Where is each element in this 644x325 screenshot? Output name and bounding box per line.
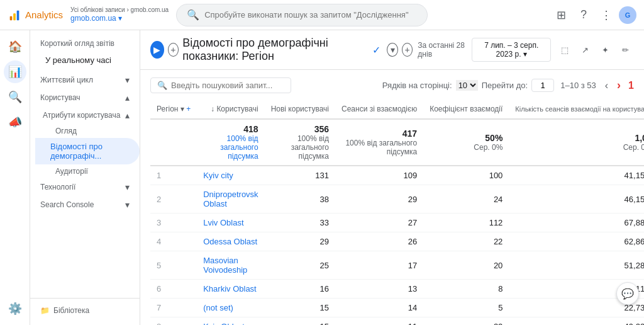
region-link[interactable]: (not set) bbox=[197, 299, 264, 317]
table-search[interactable]: 🔍 bbox=[150, 77, 291, 93]
tech-chevron: ▾ bbox=[125, 182, 130, 192]
prev-page-button[interactable]: ‹ bbox=[602, 79, 611, 93]
help-icon[interactable]: ? bbox=[574, 5, 594, 25]
topbar: Analytics Усі облікові записи › gmob.com… bbox=[0, 0, 644, 30]
summary-sess-per-user-sub: Сер. 0% bbox=[623, 143, 644, 152]
page-back-button[interactable]: ▶ bbox=[150, 41, 164, 59]
table-row: 2 Dnipropetrovsk Oblast 38 29 24 46,15% … bbox=[150, 185, 644, 214]
page-options-button[interactable]: ▾ bbox=[387, 43, 398, 57]
summary-sessions: 417 bbox=[341, 128, 417, 139]
sidebar-footer-library[interactable]: 📁 Бібліотека bbox=[30, 301, 140, 320]
attr-chevron: ▴ bbox=[125, 110, 130, 120]
summary-new-users-sub: 100% від загального підсумка bbox=[291, 134, 329, 161]
col-sessions[interactable]: Сеанси зі взаємодією bbox=[335, 100, 423, 119]
page-header: ▶ + Відомості про демографічні показники… bbox=[140, 30, 644, 70]
summary-sess-per-user: 1,00 bbox=[515, 133, 644, 143]
summary-row: 418 100% від загального підсумка 356 100… bbox=[150, 119, 644, 166]
col-sess-per-user[interactable]: Кількість сеансів взаємодії на користува… bbox=[509, 100, 644, 119]
date-range-label: За останні 28 днів bbox=[418, 41, 467, 59]
lifecycle-chevron: ▾ bbox=[125, 75, 130, 85]
date-range-button[interactable]: 7 лип. – 3 серп. 2023 р. ▾ bbox=[472, 38, 551, 62]
rows-per-page-select[interactable]: 10 25 50 bbox=[456, 80, 478, 91]
annotation-arrow-1: 1 bbox=[628, 80, 634, 91]
topbar-icons: ⊞ ? ⋮ G bbox=[551, 5, 636, 25]
table-controls: 🔍 Рядків на сторінці: 10 25 50 Перейти д… bbox=[150, 77, 634, 93]
more-icon[interactable]: ⋮ bbox=[596, 5, 616, 25]
sidebar-item-user[interactable]: Користувач ▴ bbox=[30, 89, 140, 106]
account-hint: Усі облікові записи › gmob.com.ua bbox=[70, 6, 169, 14]
sidebar-item-tech[interactable]: Технології ▾ bbox=[30, 178, 140, 196]
next-page-button[interactable]: › bbox=[614, 77, 623, 93]
region-link[interactable]: Kyiv Oblast bbox=[197, 317, 264, 326]
settings-icon[interactable]: ⚙️ bbox=[4, 297, 26, 320]
table-row: 7 (not set) 15 14 5 22,73% 0,33 bbox=[150, 299, 644, 317]
region-link[interactable]: Kyiv city bbox=[197, 166, 264, 185]
summary-users-sub: 100% від загального підсумка bbox=[220, 134, 258, 161]
chat-float-button[interactable]: 💬 bbox=[616, 282, 639, 305]
summary-eng-rate-sub: Сер. 0% bbox=[474, 143, 502, 152]
svg-rect-2 bbox=[17, 10, 19, 20]
home-icon[interactable]: 🏠 bbox=[4, 35, 26, 58]
page-title: Відомості про демографічні показники: Ре… bbox=[182, 37, 369, 63]
account-info[interactable]: Усі облікові записи › gmob.com.ua gmob.c… bbox=[70, 6, 169, 24]
sidebar-item-overview[interactable]: Огляд bbox=[35, 124, 140, 138]
save-report-button[interactable]: ⬚ bbox=[556, 41, 574, 59]
report-table-area: 🔍 Рядків на сторінці: 10 25 50 Перейти д… bbox=[140, 70, 644, 325]
sidebar: Короткий огляд звітів У реальному часі Ж… bbox=[30, 30, 140, 325]
global-search[interactable]: 🔍 bbox=[176, 4, 428, 26]
sidebar-item-lifecycle[interactable]: Життєвий цикл ▾ bbox=[30, 71, 140, 89]
report-table: Регіон ▾ + ↓ Користувачі Нові користувач… bbox=[150, 100, 644, 325]
sidebar-divider bbox=[30, 298, 140, 299]
advertising-icon[interactable]: 📣 bbox=[4, 111, 26, 134]
date-range-area: За останні 28 днів 7 лип. – 3 серп. 2023… bbox=[418, 38, 551, 62]
col-region[interactable]: Регіон ▾ + bbox=[150, 100, 197, 119]
sidebar-item-audiences[interactable]: Аудиторії bbox=[35, 164, 140, 178]
svg-rect-1 bbox=[13, 13, 16, 20]
sidebar-item-demographics[interactable]: Відомості про демографіч... bbox=[35, 138, 140, 164]
table-row: 5 Masovian Voivodeship 25 17 20 51,28% 0… bbox=[150, 251, 644, 280]
col-new-users[interactable]: Нові користувачі bbox=[265, 100, 335, 119]
user-avatar[interactable]: G bbox=[619, 6, 636, 24]
region-link[interactable]: Lviv Oblast bbox=[197, 214, 264, 232]
summary-users: 418 bbox=[203, 124, 258, 134]
table-row: 1 Kyiv city 131 109 100 41,15% 0,76 bbox=[150, 166, 644, 185]
sidebar-item-realtime[interactable]: У реальному часі bbox=[30, 52, 140, 69]
app-logo[interactable]: Analytics bbox=[8, 8, 63, 22]
rows-per-page-label: Рядків на сторінці: bbox=[382, 81, 452, 90]
search-console-chevron: ▾ bbox=[125, 200, 130, 210]
library-icon: 📁 bbox=[40, 306, 50, 315]
region-link[interactable]: Kharkiv Oblast bbox=[197, 280, 264, 299]
col-eng-rate[interactable]: Коефіцієнт взаємодії bbox=[423, 100, 509, 119]
goto-input[interactable] bbox=[531, 79, 554, 92]
region-link[interactable]: Dnipropetrovsk Oblast bbox=[197, 185, 264, 214]
table-row: 3 Lviv Oblast 33 27 112 67,88% 3,39 bbox=[150, 214, 644, 232]
search-icon: 🔍 bbox=[187, 9, 199, 21]
main-content: ▶ + Відомості про демографічні показники… bbox=[140, 30, 644, 325]
main-layout: 🏠 📊 🔍 📣 ⚙️ Короткий огляд звітів У реаль… bbox=[0, 30, 644, 325]
add-metric-button[interactable]: + bbox=[402, 43, 413, 57]
icon-rail: 🏠 📊 🔍 📣 ⚙️ bbox=[0, 30, 30, 325]
sidebar-item-search-console[interactable]: Search Console ▾ bbox=[30, 196, 140, 214]
page-title-area: ▶ + Відомості про демографічні показники… bbox=[150, 37, 413, 63]
table-row: 8 Kyiv Oblast 15 11 32 49,23% 2,13 bbox=[150, 317, 644, 326]
edit-button[interactable]: ✏ bbox=[616, 41, 634, 59]
apps-icon[interactable]: ⊞ bbox=[551, 5, 571, 25]
explore-icon[interactable]: 🔍 bbox=[4, 86, 26, 108]
region-link[interactable]: Odessa Oblast bbox=[197, 232, 264, 251]
reports-icon[interactable]: 📊 bbox=[4, 60, 26, 83]
search-input[interactable] bbox=[204, 10, 417, 20]
analytics-logo-icon bbox=[8, 8, 21, 22]
summary-eng-rate: 50% bbox=[430, 133, 502, 143]
col-users[interactable]: ↓ Користувачі bbox=[197, 100, 264, 119]
sidebar-item-quick-overview[interactable]: Короткий огляд звітів bbox=[30, 35, 140, 52]
sidebar-item-user-attributes[interactable]: Атрибути користувача ▴ bbox=[35, 106, 140, 124]
rows-per-page-control: Рядків на сторінці: 10 25 50 Перейти до:… bbox=[382, 77, 634, 93]
region-link[interactable]: Masovian Voivodeship bbox=[197, 251, 264, 280]
share-button[interactable]: ↗ bbox=[576, 41, 594, 59]
summary-sessions-sub: 100% від загального підсумка bbox=[345, 139, 417, 156]
insights-button[interactable]: ✦ bbox=[596, 41, 614, 59]
add-page-button[interactable]: + bbox=[168, 43, 179, 57]
svg-rect-0 bbox=[10, 16, 13, 20]
table-search-input[interactable] bbox=[171, 81, 284, 90]
account-name[interactable]: gmob.com.ua ▾ bbox=[70, 14, 169, 24]
